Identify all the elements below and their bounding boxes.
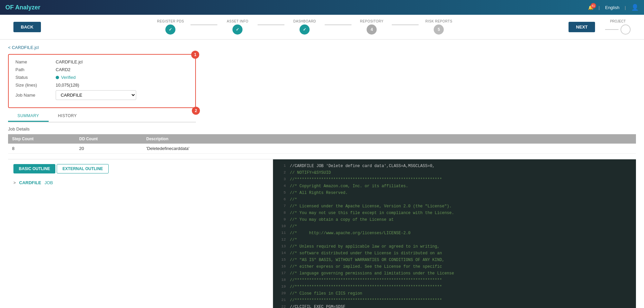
table-header: Step Count DD Count Description [8,134,636,144]
line-code: //* You may not use this file except in … [290,210,454,216]
path-value: CARD2 [56,67,189,72]
cell-step-count: 8 [12,146,79,151]
line-code: //**************************************… [290,284,442,290]
line-number: 2 [276,170,286,176]
code-line: 21//************************************… [273,297,636,304]
stepbar: BACK REGISTER PDS ✓ ASSET INFO ✓ DASHBOA… [0,15,644,40]
line-number: 11 [276,230,286,236]
breadcrumb[interactable]: CARDFILE.jcl [8,45,636,50]
col-dd-count: DD Count [79,137,146,141]
code-line: 3//*************************************… [273,176,636,183]
size-value: 10,075(128) [56,83,189,88]
line-number: 13 [276,244,286,250]
line-code: // NOTIFY=&SYSUID [290,170,331,176]
code-line: 20//* Close files in CICS region [273,290,636,297]
line-code: //* Copyright Amazon.com, Inc. or its af… [290,183,408,189]
code-line: 2// NOTIFY=&SYSUID [273,169,636,176]
back-button[interactable]: BACK [13,22,41,32]
line-code: //**************************************… [290,297,442,303]
col-description: Description [146,137,632,141]
jobname-label: Job Name [15,93,56,98]
line-number: 10 [276,223,286,229]
code-line: 12//* [273,237,636,243]
step-register-pds: REGISTER PDS ✓ [150,19,191,35]
chevron-icon[interactable]: > [13,181,16,185]
basic-outline-tab[interactable]: BASIC OUTLINE [13,164,55,173]
col-step-count: Step Count [12,137,79,141]
line-code: //* [290,237,297,243]
size-label: Size (lines) [15,83,56,88]
notification-count: 41 [591,3,596,8]
path-label: Path [15,67,56,72]
tab-history[interactable]: HISTORY [49,111,86,122]
line-number: 12 [276,237,286,243]
size-row: Size (lines) 10,075(128) [15,83,189,88]
line-code: //* Unless required by applicable law or… [290,244,439,250]
notification-bell[interactable]: 🔔 41 [588,5,593,10]
name-value: CARDFILE.jcl [56,59,189,64]
step-asset-info: ASSET INFO ✓ [217,19,258,35]
status-value: Verified [56,75,189,80]
user-avatar[interactable]: 👤 [631,4,639,11]
line-number: 21 [276,297,286,303]
status-row: Status Verified [15,75,189,80]
status-label: Status [15,75,56,80]
next-button[interactable]: NEXT [569,22,595,32]
code-line: 15//* "AS IS" BASIS, WITHOUT WARRANTIES … [273,257,636,263]
step-circle-5: 5 [434,24,444,35]
line-number: 6 [276,197,286,203]
step-repository: REPOSITORY 4 [352,19,392,35]
tabs-container: SUMMARY HISTORY 2 [8,111,196,122]
code-line: 19//************************************… [273,284,636,290]
line-number: 3 [276,176,286,183]
code-line: 6//* [273,196,636,203]
main-content: CARDFILE.jcl 1 Name CARDFILE.jcl Path CA… [0,40,644,308]
line-code: //* http://www.apache.org/licenses/LICEN… [290,230,411,236]
code-line: 16//* either express or implied. See the… [273,263,636,270]
path-row: Path CARD2 [15,67,189,72]
outline-cardfile: CARDFILE [19,180,41,185]
line-number: 14 [276,250,286,256]
line-code: //* either express or implied. See the L… [290,264,442,270]
line-code: //CLCIFIL EXEC PGM=SDSF [290,304,345,308]
line-number: 1 [276,163,286,169]
line-code: //* language governing permissions and l… [290,270,454,276]
code-line: 4//* Copyright Amazon.com, Inc. or its a… [273,183,636,190]
app-logo: OF Analyzer [5,4,40,11]
code-line: 13//* Unless required by applicable law … [273,243,636,250]
code-line: 22//CLCIFIL EXEC PGM=SDSF [273,304,636,308]
line-number: 17 [276,270,286,276]
step-circle-4: 4 [367,24,377,35]
tab-summary[interactable]: SUMMARY [8,111,49,122]
code-line: 14//* software distributed under the Lic… [273,250,636,257]
name-label: Name [15,59,56,64]
line-number: 16 [276,264,286,270]
line-code: //**************************************… [290,176,442,183]
line-number: 4 [276,183,286,189]
file-info-card: 1 Name CARDFILE.jcl Path CARD2 Status Ve… [8,54,196,108]
line-number: 7 [276,203,286,209]
line-number: 9 [276,217,286,223]
cell-description: 'Deletedefinecarddata' [146,146,632,151]
code-panel: 1//CARDFILE JOB 'Delete define card data… [273,159,636,308]
line-code: //* "AS IS" BASIS, WITHOUT WARRANTIES OR… [290,257,444,263]
line-number: 5 [276,190,286,196]
step-circle-3: ✓ [300,24,310,35]
external-outline-tab[interactable]: EXTERNAL OUTLINE [57,164,108,173]
jobname-select[interactable]: CARDFILE [56,90,136,100]
badge-1: 1 [191,51,199,59]
line-code: //* Close files in CICS region [290,291,362,297]
line-code: //* [290,223,297,229]
line-code: //* software distributed under the Licen… [290,250,442,256]
language-selector[interactable]: English [605,5,620,10]
project-label: PROJECT [610,19,626,23]
line-number: 15 [276,257,286,263]
code-line: 5//* All Rights Reserved. [273,190,636,196]
code-line: 18//************************************… [273,277,636,284]
line-number: 19 [276,284,286,290]
line-code: //**************************************… [290,277,442,283]
steps-container: REGISTER PDS ✓ ASSET INFO ✓ DASHBOARD ✓ … [51,19,559,35]
outline-item: > CARDFILE JOB [13,179,267,187]
topnav-right: 🔔 41 | English | 👤 [588,4,639,11]
step-label-1: REGISTER PDS [157,19,184,23]
